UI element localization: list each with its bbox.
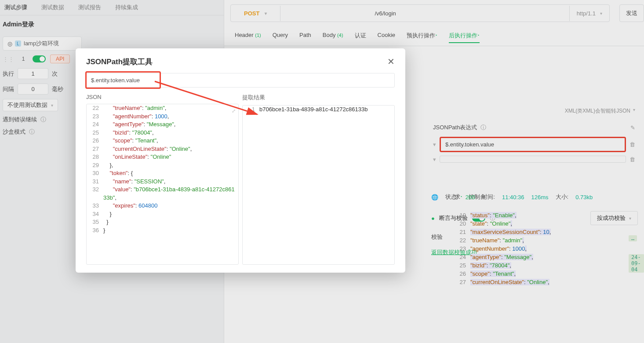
json-col-label: JSON <box>86 92 239 104</box>
json-editor[interactable]: ⤢ 22 "trueName": "admin",23 "agentNumber… <box>86 104 239 265</box>
expand-icon[interactable]: ⤢ <box>232 107 236 115</box>
modal-jsonpath-input[interactable] <box>86 73 395 88</box>
modal-title: JSONPath提取工具 <box>86 57 153 67</box>
jsonpath-modal: JSONPath提取工具 ✕ JSON ⤢ 22 "trueName": "ad… <box>76 48 405 273</box>
result-editor[interactable]: 1b706bce1-31ba-4839-a81c-41272c86133b <box>242 105 395 265</box>
result-col-label: 提取结果 <box>242 92 395 105</box>
result-value: b706bce1-31ba-4839-a81c-41272c86133b <box>259 106 394 114</box>
close-icon[interactable]: ✕ <box>387 56 395 67</box>
